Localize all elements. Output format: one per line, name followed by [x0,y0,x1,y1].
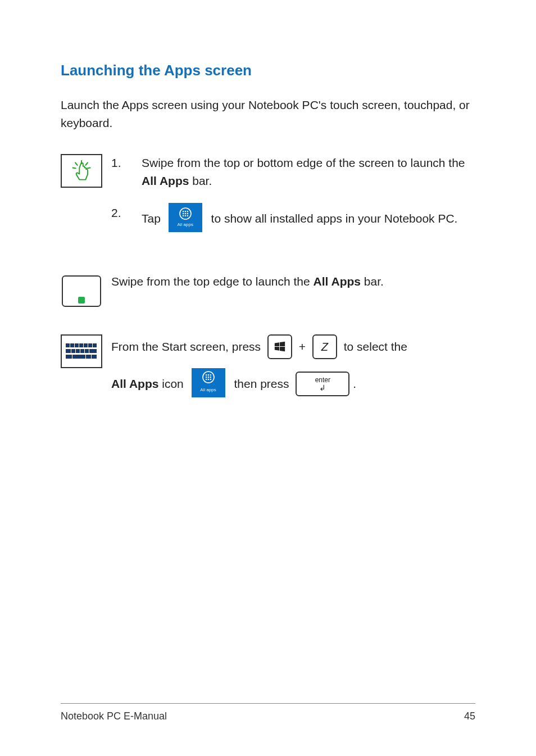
enter-key-icon: enter ↲ [296,372,349,396]
kb-plus: + [299,340,306,353]
svg-rect-23 [71,349,75,353]
svg-rect-40 [206,377,207,378]
svg-rect-19 [84,343,88,347]
svg-line-4 [87,168,90,169]
svg-rect-13 [185,215,186,216]
all-apps-tile-icon: All apps [169,203,202,232]
touchpad-bold: All Apps [314,275,361,288]
svg-rect-37 [206,374,207,375]
svg-rect-27 [89,349,97,353]
svg-rect-30 [86,355,91,359]
svg-rect-16 [70,343,74,347]
enter-key-label: enter [315,377,330,383]
svg-line-3 [72,168,76,169]
svg-rect-43 [206,379,207,380]
svg-marker-32 [275,342,279,346]
svg-rect-22 [66,349,71,353]
windows-key-icon [267,334,292,359]
kb-line2-a: icon [158,377,183,390]
svg-rect-11 [187,213,188,214]
svg-rect-26 [85,349,89,353]
step1-text-b: bar. [189,174,212,187]
svg-line-1 [75,162,78,165]
step2-number: 2. [111,204,142,222]
svg-rect-28 [66,355,72,359]
svg-rect-29 [72,355,85,359]
keyboard-row: From the Start screen, press + Z to sele… [61,334,475,399]
touchpad-row: Swipe from the top edge to launch the Al… [61,273,475,310]
svg-rect-10 [185,213,186,214]
step1-text-a: Swipe from the top or bottom edge of the… [142,156,465,169]
svg-rect-42 [210,377,211,378]
svg-marker-35 [280,347,285,351]
touch-row: 1. Swipe from the top or bottom edge of … [61,154,475,248]
svg-marker-34 [275,347,279,351]
svg-rect-39 [210,374,211,375]
z-key-icon: Z [312,334,337,359]
touchpad-text-b: bar. [361,275,384,288]
svg-rect-25 [80,349,84,353]
svg-rect-44 [207,379,208,380]
step2-text-a: Tap [142,212,161,225]
kb-period: . [353,377,356,390]
svg-rect-31 [92,355,97,359]
all-apps-sublabel-2: All apps [200,385,216,395]
footer-page-number: 45 [464,710,475,722]
footer-title: Notebook PC E-Manual [61,710,167,722]
keyboard-icon [61,334,102,368]
enter-arrow-icon: ↲ [319,384,326,392]
touchpad-text-a: Swipe from the top edge to launch the [111,275,314,288]
svg-rect-6 [183,211,184,212]
all-apps-tile-icon-2: All apps [192,368,225,397]
page-heading: Launching the Apps screen [61,62,475,79]
svg-line-2 [85,162,88,165]
intro-text: Launch the Apps screen using your Notebo… [61,96,475,132]
svg-rect-21 [93,343,97,347]
svg-rect-7 [185,211,186,212]
svg-rect-45 [210,379,211,380]
svg-rect-14 [187,215,188,216]
kb-line1-a: From the Start screen, press [111,340,261,353]
step2-text-b: to show all installed apps in your Noteb… [211,212,458,225]
step1-number: 1. [111,154,142,172]
svg-rect-17 [75,343,79,347]
svg-rect-38 [207,374,208,375]
touchpad-icon [61,273,102,310]
svg-rect-15 [66,343,70,347]
all-apps-sublabel: All apps [177,221,193,228]
kb-line2-bold: All Apps [111,377,158,390]
kb-line2-b: then press [234,377,289,390]
step1-bold: All Apps [142,174,189,187]
svg-rect-12 [183,215,184,216]
svg-marker-33 [280,342,285,346]
svg-rect-18 [79,343,83,347]
svg-rect-9 [183,213,184,214]
page-footer: Notebook PC E-Manual 45 [61,703,475,722]
svg-rect-8 [187,211,188,212]
touch-icon [61,154,102,188]
kb-line1-b: to select the [344,340,407,353]
svg-rect-20 [88,343,92,347]
svg-rect-24 [76,349,80,353]
svg-rect-41 [207,377,208,378]
